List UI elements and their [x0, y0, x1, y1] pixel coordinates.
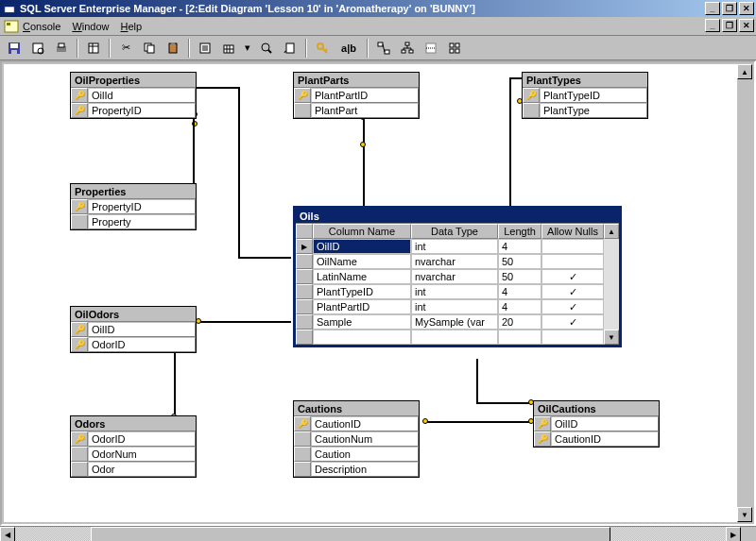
minimize-button[interactable]: _ [705, 2, 720, 15]
table-title: Properties [71, 184, 196, 199]
horizontal-scrollbar[interactable]: ◀ ▶ [0, 526, 756, 541]
svg-rect-46 [450, 49, 454, 53]
vertical-scrollbar[interactable]: ▲ ▼ [737, 64, 752, 522]
window-title: SQL Server Enterprise Manager - [2:Edit … [20, 3, 705, 14]
window-titlebar: SQL Server Enterprise Manager - [2:Edit … [0, 0, 756, 17]
ab-button[interactable]: a|b [335, 38, 362, 59]
print-preview-button[interactable] [27, 38, 48, 59]
key-button[interactable] [312, 38, 333, 59]
column-name: OdorID [88, 337, 196, 352]
column-name: Caution [311, 447, 419, 462]
table-oilproperties[interactable]: OilProperties 🔑OilId 🔑PropertyID [70, 72, 197, 119]
tree-button[interactable] [397, 38, 418, 59]
scroll-right-button[interactable]: ▶ [726, 527, 741, 541]
svg-rect-11 [89, 43, 98, 53]
properties-button[interactable] [195, 38, 215, 59]
menu-window[interactable]: Window [72, 21, 109, 32]
column-name: PropertyID [88, 199, 196, 214]
key-icon: 🔑 [75, 91, 85, 100]
key-icon: 🔑 [538, 434, 548, 444]
table-plantparts[interactable]: PlantParts 🔑PlantPartID PlantPart [293, 72, 420, 119]
svg-line-34 [383, 44, 385, 52]
scroll-up-button[interactable]: ▲ [737, 64, 752, 79]
layout-button[interactable] [444, 38, 465, 59]
scroll-down-button[interactable]: ▼ [737, 507, 752, 522]
table-title: PlantTypes [523, 73, 647, 88]
scroll-down-button[interactable]: ▼ [604, 330, 619, 345]
key-icon: 🔑 [75, 106, 85, 115]
col-header[interactable]: Data Type [411, 224, 498, 239]
diagram-canvas[interactable]: OilProperties 🔑OilId 🔑PropertyID Propert… [4, 64, 737, 522]
table-row[interactable]: PlantTypeID int 4 ✓ [296, 284, 619, 299]
table-row[interactable]: OilName nvarchar 50 [296, 254, 619, 269]
script-button[interactable] [280, 38, 301, 59]
table-row[interactable]: ▼ [296, 330, 619, 345]
svg-line-31 [325, 49, 327, 51]
scroll-up-button[interactable]: ▲ [604, 224, 619, 239]
column-name: PlantPart [311, 103, 419, 118]
svg-rect-28 [286, 43, 294, 53]
svg-rect-6 [11, 50, 17, 54]
show-grid-button[interactable] [218, 38, 239, 59]
row-selector[interactable] [296, 239, 313, 254]
menu-console[interactable]: Console [23, 21, 60, 32]
column-name: Odor [88, 462, 196, 477]
scroll-corner [741, 527, 756, 541]
svg-rect-35 [405, 42, 409, 45]
mdi-minimize-button[interactable]: _ [705, 19, 720, 32]
column-name: Property [88, 214, 196, 229]
column-name: PlantType [540, 103, 647, 118]
key-icon: 🔑 [298, 91, 308, 100]
relations-button[interactable] [373, 38, 394, 59]
table-planttypes[interactable]: PlantTypes 🔑PlantTypeID PlantType [522, 72, 648, 119]
print-button[interactable] [51, 38, 72, 59]
mdi-close-button[interactable]: ✕ [739, 19, 754, 32]
column-name: CautionID [551, 431, 659, 447]
table-row[interactable]: OilID int 4 [296, 239, 619, 254]
save-button[interactable] [4, 38, 25, 59]
table-row[interactable]: PlantPartID int 4 ✓ [296, 299, 619, 314]
scrollbar-track[interactable] [604, 239, 619, 254]
col-header[interactable]: Length [498, 224, 541, 239]
table-oilodors[interactable]: OilOdors 🔑OilID 🔑OdorID [70, 306, 197, 353]
col-header[interactable]: Allow Nulls [541, 224, 604, 239]
svg-rect-17 [171, 42, 175, 44]
table-row[interactable]: LatinName nvarchar 50 ✓ [296, 269, 619, 284]
table-title: OilCautions [534, 401, 659, 416]
key-icon: 🔑 [75, 325, 85, 334]
menu-help[interactable]: Help [121, 21, 143, 32]
table-title: Odors [71, 416, 196, 431]
column-name: OdorID [88, 431, 196, 447]
close-button[interactable]: ✕ [739, 2, 754, 15]
svg-rect-3 [7, 23, 10, 25]
key-icon: 🔑 [75, 202, 85, 211]
mdi-restore-button[interactable]: ❐ [722, 19, 737, 32]
zoom-button[interactable] [256, 38, 277, 59]
svg-rect-45 [455, 43, 459, 47]
table-oils[interactable]: Oils Column Name Data Type Length Allow … [293, 206, 622, 347]
table-oilcautions[interactable]: OilCautions 🔑OilID 🔑CautionID [533, 400, 660, 448]
table-title: Cautions [294, 401, 419, 416]
svg-rect-16 [169, 43, 177, 53]
maximize-button[interactable]: ❐ [722, 2, 737, 15]
svg-rect-47 [455, 49, 459, 53]
column-name: OilID [88, 322, 196, 337]
scrollbar-thumb[interactable] [91, 527, 610, 541]
table-cautions[interactable]: Cautions 🔑CautionID CautionNum Caution D… [293, 400, 420, 478]
table-title: PlantParts [294, 73, 419, 88]
dropdown-icon[interactable]: ▾ [242, 38, 253, 59]
svg-rect-44 [450, 43, 454, 47]
col-header[interactable]: Column Name [313, 224, 411, 239]
svg-rect-15 [147, 45, 154, 53]
column-name: PlantTypeID [540, 88, 647, 103]
copy-button[interactable] [139, 38, 160, 59]
table-row[interactable]: Sample MySample (var 20 ✓ [296, 314, 619, 330]
cut-button[interactable]: ✂ [115, 38, 136, 59]
table-odors[interactable]: Odors 🔑OdorID OdorNum Odor [70, 415, 197, 478]
paste-button[interactable] [163, 38, 183, 59]
page-break-button[interactable] [421, 38, 441, 59]
scroll-left-button[interactable]: ◀ [0, 527, 15, 541]
table-properties[interactable]: Properties 🔑PropertyID Property [70, 183, 197, 230]
new-table-button[interactable] [83, 38, 104, 59]
svg-rect-33 [385, 50, 389, 54]
